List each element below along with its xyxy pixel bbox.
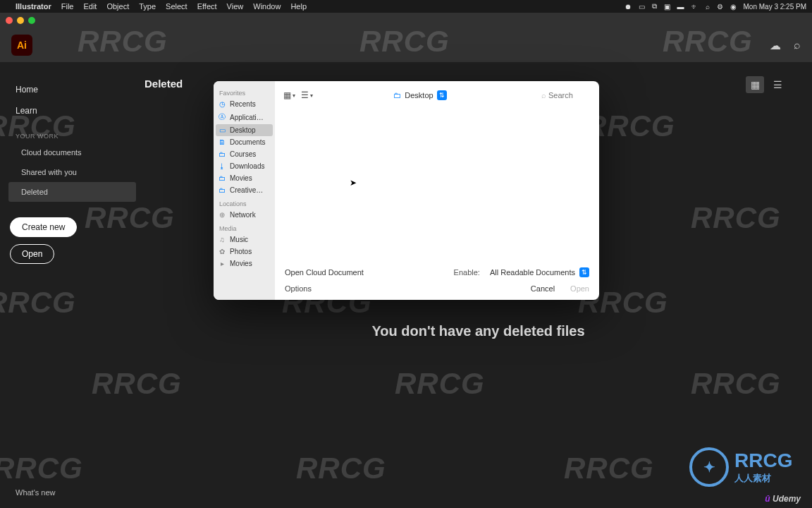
- location-dropdown[interactable]: 🗀 Desktop ⇅: [393, 90, 446, 100]
- status-wifi-icon[interactable]: ᯤ: [691, 3, 699, 11]
- app-header: Ai ☁ ⌕: [0, 28, 812, 62]
- create-new-button[interactable]: Create new: [10, 217, 77, 237]
- nav-cloud-documents[interactable]: Cloud documents: [8, 143, 136, 162]
- open-button[interactable]: Open: [10, 244, 54, 264]
- sidebar-item-network[interactable]: ⊕Network: [214, 209, 275, 221]
- clock-icon: ◷: [218, 100, 226, 108]
- whats-new-link[interactable]: What's new: [16, 488, 56, 497]
- globe-icon: ⊕: [218, 211, 226, 219]
- dialog-open-button[interactable]: Open: [570, 284, 589, 293]
- grid-view-icon[interactable]: ▦: [746, 76, 764, 93]
- status-control-icon[interactable]: ⚙: [717, 3, 723, 11]
- app-menu[interactable]: Illustrator: [16, 2, 51, 11]
- sidebar-section-favorites: Favorites: [214, 85, 275, 98]
- sidebar-item-applications[interactable]: ⒶApplicati…: [214, 110, 275, 124]
- chevron-updown-icon: ⇅: [579, 267, 589, 277]
- sidebar-item-documents[interactable]: 🗎Documents: [214, 136, 275, 148]
- sidebar-section-locations: Locations: [214, 196, 275, 209]
- enable-label: Enable:: [454, 268, 480, 277]
- status-mirror-icon[interactable]: ⧉: [652, 2, 657, 11]
- nav-home[interactable]: Home: [8, 79, 136, 100]
- sidebar-item-movies[interactable]: 🗀Movies: [214, 172, 275, 184]
- sidebar-item-downloads[interactable]: ⭳Downloads: [214, 160, 275, 172]
- enable-select[interactable]: All Readable Documents ⇅: [490, 267, 589, 277]
- folder-icon: 🗀: [393, 91, 401, 99]
- status-search-icon[interactable]: ⌕: [706, 3, 710, 11]
- sidebar-item-courses[interactable]: 🗀Courses: [214, 148, 275, 160]
- status-record-icon[interactable]: ⏺: [625, 3, 632, 11]
- status-screen-icon[interactable]: ▭: [639, 3, 645, 11]
- finder-search[interactable]: ⌕: [541, 91, 591, 99]
- documents-icon: 🗎: [218, 138, 226, 146]
- close-window-icon[interactable]: [6, 17, 13, 24]
- finder-file-area[interactable]: ➤: [275, 109, 599, 262]
- fullscreen-window-icon[interactable]: [28, 17, 35, 24]
- menu-window[interactable]: Window: [253, 2, 281, 11]
- icon-view-button[interactable]: ▦ ▾: [283, 90, 295, 100]
- macos-menubar: Illustrator File Edit Object Type Select…: [0, 0, 812, 13]
- menu-object[interactable]: Object: [106, 2, 129, 11]
- magnifier-icon: ⌕: [541, 91, 546, 99]
- sidebar-item-music[interactable]: ♫Music: [214, 234, 275, 246]
- finder-sidebar: Favorites ◷Recents ⒶApplicati… ▭Desktop …: [214, 81, 275, 300]
- nav-deleted[interactable]: Deleted: [8, 182, 136, 202]
- finder-toolbar: ▦ ▾ ☰ ▾ 🗀 Desktop ⇅ ⌕: [275, 81, 599, 109]
- empty-state-text: You don't have any deleted files: [371, 323, 584, 339]
- applications-icon: Ⓐ: [218, 112, 226, 122]
- nav-shared[interactable]: Shared with you: [8, 162, 136, 182]
- folder-icon: 🗀: [218, 186, 226, 194]
- desktop-icon: ▭: [218, 126, 226, 134]
- folder-icon: 🗀: [218, 174, 226, 182]
- menu-select[interactable]: Select: [166, 2, 187, 11]
- sidebar-item-desktop[interactable]: ▭Desktop: [216, 124, 273, 136]
- cloud-icon[interactable]: ☁: [770, 39, 781, 52]
- open-file-dialog: Favorites ◷Recents ⒶApplicati… ▭Desktop …: [214, 81, 599, 300]
- list-view-button[interactable]: ☰ ▾: [301, 90, 313, 100]
- sidebar-section-media: Media: [214, 221, 275, 234]
- menu-view[interactable]: View: [227, 2, 244, 11]
- search-input[interactable]: [548, 91, 591, 99]
- list-view-icon[interactable]: ☰: [768, 76, 787, 93]
- download-icon: ⭳: [218, 162, 226, 170]
- chevron-updown-icon: ⇅: [437, 90, 447, 100]
- mouse-cursor-icon: ➤: [350, 178, 357, 188]
- finder-main: ▦ ▾ ☰ ▾ 🗀 Desktop ⇅ ⌕ ➤ Open Cloud Docum…: [275, 81, 599, 300]
- udemy-logo: û Udemy: [765, 494, 801, 504]
- folder-icon: 🗀: [218, 150, 226, 158]
- status-siri-icon[interactable]: ◉: [730, 3, 737, 11]
- search-icon[interactable]: ⌕: [794, 39, 801, 52]
- menu-type[interactable]: Type: [139, 2, 156, 11]
- status-battery-icon[interactable]: ▬: [677, 3, 684, 11]
- photos-icon: ✿: [218, 248, 226, 255]
- status-display-icon[interactable]: ▣: [664, 3, 670, 11]
- menu-help[interactable]: Help: [290, 2, 307, 11]
- sidebar-item-photos[interactable]: ✿Photos: [214, 246, 275, 258]
- music-icon: ♫: [218, 236, 226, 243]
- illustrator-logo-icon: Ai: [11, 35, 32, 56]
- sidebar-item-recents[interactable]: ◷Recents: [214, 98, 275, 110]
- options-button[interactable]: Options: [285, 284, 312, 293]
- cancel-button[interactable]: Cancel: [531, 284, 555, 293]
- menu-effect[interactable]: Effect: [197, 2, 217, 11]
- menubar-clock[interactable]: Mon May 3 2:25 PM: [744, 3, 806, 11]
- window-titlebar: [0, 13, 812, 28]
- home-sidebar: Home Learn YOUR WORK Cloud documents Sha…: [0, 62, 144, 508]
- sidebar-item-creative[interactable]: 🗀Creative…: [214, 184, 275, 196]
- open-cloud-document-button[interactable]: Open Cloud Document: [285, 268, 364, 277]
- menu-edit[interactable]: Edit: [83, 2, 97, 11]
- menu-file[interactable]: File: [61, 2, 74, 11]
- movies-icon: ▸: [218, 260, 226, 267]
- nav-learn[interactable]: Learn: [8, 100, 136, 121]
- sidebar-section-header: YOUR WORK: [8, 121, 136, 143]
- sidebar-item-media-movies[interactable]: ▸Movies: [214, 258, 275, 270]
- minimize-window-icon[interactable]: [17, 17, 24, 24]
